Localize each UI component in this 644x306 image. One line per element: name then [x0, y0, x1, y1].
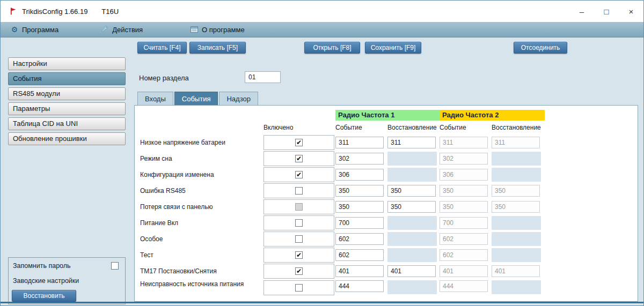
sidebar-item-events[interactable]: События — [8, 72, 126, 85]
table-row: Потеря связи с панелью — [140, 199, 545, 215]
rf1-event-input[interactable] — [335, 233, 384, 245]
write-button[interactable]: Записать [F5] — [189, 42, 246, 54]
rf1-group-header: Радио Частота 1 — [335, 110, 440, 121]
rf2-event-input — [440, 233, 488, 245]
enabled-checkbox[interactable]: ✔ — [295, 155, 303, 162]
rf1-event-input[interactable] — [335, 201, 384, 213]
empty-cell — [387, 232, 437, 246]
column-header-row: Включено Событие Восстановление Событие … — [140, 121, 545, 135]
rf1-event-input[interactable] — [335, 153, 384, 165]
close-button[interactable]: × — [619, 1, 643, 22]
tab-events[interactable]: События — [174, 92, 218, 106]
partition-number-input[interactable] — [245, 71, 281, 83]
menu-program-label: Программа — [22, 26, 58, 34]
rf1-restore-input[interactable] — [387, 201, 436, 213]
tab-supervision[interactable]: Надзор — [219, 92, 258, 106]
enabled-checkbox[interactable]: ✔ — [295, 171, 303, 178]
window-controls: – □ × — [569, 1, 643, 22]
menu-about[interactable]: О программе — [182, 22, 252, 37]
sidebar-item-rs485[interactable]: RS485 модули — [8, 87, 126, 100]
col-header-rf2-restore: Восстановление — [492, 124, 544, 131]
minimize-button[interactable]: – — [569, 1, 594, 22]
enabled-cell — [264, 183, 334, 198]
rf1-event-input[interactable] — [335, 137, 384, 148]
enabled-checkbox[interactable] — [295, 235, 303, 243]
table-row: Ошибка RS485 — [140, 183, 545, 199]
enabled-cell: ✔ — [264, 135, 334, 150]
rf1-restore-input[interactable] — [387, 265, 436, 277]
enabled-cell: ✔ — [264, 167, 334, 182]
rf2-restore-input — [492, 201, 540, 213]
menubar: ⚙ Программа Действия О программе — [1, 22, 643, 38]
row-label: Низкое напряжение батареи — [140, 139, 264, 147]
row-label: Неисправность источника питания — [140, 280, 264, 288]
rf1-event-input[interactable] — [335, 249, 384, 261]
app-logo-icon — [9, 7, 18, 16]
remember-password-checkbox[interactable] — [111, 262, 119, 270]
col-header-rf1-restore: Восстановление — [387, 124, 440, 131]
password-groupbox: Запомнить пароль Заводские настройки Вос… — [8, 257, 126, 304]
rf1-event-input[interactable] — [335, 265, 384, 277]
rf1-restore-input[interactable] — [387, 185, 436, 197]
enabled-cell: ✔ — [264, 264, 334, 279]
rf2-restore-input — [492, 265, 540, 277]
enabled-checkbox[interactable] — [295, 219, 303, 227]
empty-cell — [492, 216, 541, 230]
rf2-event-input — [440, 185, 488, 197]
rf1-event-input[interactable] — [335, 185, 384, 197]
table-row: Тест✔ — [140, 247, 545, 263]
enabled-cell: ✔ — [264, 151, 334, 166]
sidebar-item-params[interactable]: Параметры — [8, 102, 126, 115]
rf1-event-input[interactable] — [335, 169, 384, 181]
rf1-event-input[interactable] — [335, 280, 384, 292]
factory-settings-label: Заводские настройки — [13, 277, 79, 285]
row-label: Потеря связи с панелью — [140, 203, 264, 211]
rf2-group-header: Радио Частота 2 — [440, 110, 545, 121]
sidebar-item-settings[interactable]: Настройки — [8, 57, 126, 70]
device-name: T16U — [101, 8, 119, 16]
window-title: TrikdisConfig 1.66.19 — [22, 8, 87, 16]
rf2-event-input — [440, 249, 488, 261]
menu-program[interactable]: ⚙ Программа — [3, 22, 66, 37]
table-row: Режим сна✔ — [140, 151, 545, 167]
restore-button[interactable]: Восстановить — [12, 290, 76, 302]
rf2-event-input — [440, 169, 488, 181]
col-header-rf2-event: Событие — [440, 124, 492, 131]
enabled-checkbox — [295, 203, 303, 211]
read-button[interactable]: Считать [F4] — [137, 42, 187, 54]
row-label: Конфигурация изменена — [140, 171, 264, 179]
enabled-checkbox[interactable] — [295, 187, 303, 195]
rf2-event-input — [440, 153, 488, 165]
rf1-restore-input[interactable] — [387, 137, 436, 148]
row-label: Ошибка RS485 — [140, 187, 264, 195]
empty-cell — [387, 280, 437, 294]
events-table: Радио Частота 1 Радио Частота 2 Включено… — [140, 110, 545, 302]
save-button[interactable]: Сохранить [F9] — [365, 42, 421, 54]
table-row: Неисправность источника питания — [140, 279, 545, 302]
empty-cell — [387, 248, 437, 262]
table-row: ТМ17 Постановки/Снятия✔ — [140, 263, 545, 279]
empty-cell — [387, 216, 437, 230]
rf1-event-input[interactable] — [335, 217, 384, 229]
tab-inputs[interactable]: Входы — [137, 92, 173, 106]
open-button[interactable]: Открыть [F8] — [304, 42, 360, 54]
enabled-cell — [264, 215, 334, 230]
table-row: Конфигурация изменена✔ — [140, 167, 545, 183]
enabled-checkbox[interactable]: ✔ — [295, 267, 303, 275]
enabled-checkbox[interactable]: ✔ — [295, 139, 303, 146]
wrench-icon — [100, 25, 109, 34]
table-row: Низкое напряжение батареи✔ — [140, 135, 545, 151]
bottom-strip — [1, 302, 643, 303]
table-row: Питание Вкл — [140, 215, 545, 231]
sidebar-item-cid-table[interactable]: Таблица CID на UNI — [8, 117, 126, 130]
row-label: ТМ17 Постановки/Снятия — [140, 267, 264, 275]
enabled-checkbox[interactable] — [295, 284, 303, 292]
disconnect-button[interactable]: Отсоединить — [514, 42, 567, 54]
maximize-button[interactable]: □ — [594, 1, 619, 22]
enabled-checkbox[interactable]: ✔ — [295, 251, 303, 259]
menu-actions[interactable]: Действия — [93, 22, 150, 37]
sidebar-item-firmware[interactable]: Обновление прошивки — [8, 132, 126, 145]
col-header-enabled: Включено — [264, 124, 335, 131]
empty-cell — [492, 280, 541, 294]
rf2-restore-input — [492, 137, 540, 148]
